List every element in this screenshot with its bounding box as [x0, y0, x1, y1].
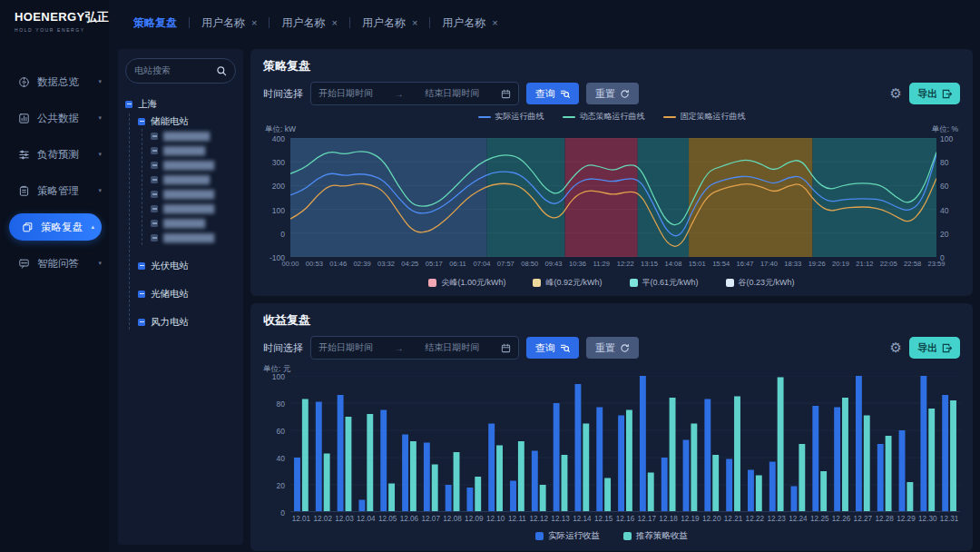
x-axis-tick: 03:32: [377, 260, 395, 268]
tree-toggle-icon[interactable]: [138, 118, 145, 125]
sidebar-item-5[interactable]: 智能问答 ▾: [0, 245, 109, 281]
tab-3[interactable]: 用户名称×: [350, 15, 429, 31]
legend-label: 推荐策略收益: [636, 530, 688, 542]
legend-swatch: [535, 532, 544, 540]
x-axis-tick: 12.28: [875, 515, 894, 523]
price-legend-item[interactable]: 峰(0.92元/kWh): [533, 277, 602, 289]
tree-toggle-icon[interactable]: [138, 291, 145, 298]
tree-group-label: 光伏电站: [151, 260, 189, 272]
tree-node-group-2[interactable]: 光储电站: [138, 286, 236, 301]
brand-logo: HOENERGY弘正 HOLD YOUR ENERGY: [0, 0, 109, 33]
y-axis-tick: 40: [277, 454, 285, 463]
bar: [618, 416, 624, 513]
price-band-平: [813, 138, 936, 257]
tree-toggle-icon[interactable]: [138, 319, 145, 326]
time-select-label-2: 时间选择: [263, 341, 303, 355]
calendar-icon[interactable]: [501, 89, 511, 99]
price-legend-item[interactable]: 谷(0.23元/kWh): [726, 277, 795, 289]
date-range-input-2[interactable]: 开始日期时间 → 结束日期时间: [310, 336, 519, 360]
tree-node-group-1[interactable]: 光伏电站: [138, 258, 236, 273]
revenue-panel-title: 收益复盘: [263, 312, 960, 329]
y-axis-tick: 0: [280, 230, 285, 239]
sidebar-item-4[interactable]: 策略复盘 ▴: [0, 209, 109, 245]
close-icon[interactable]: ×: [412, 17, 417, 28]
tab-label: 用户名称: [281, 15, 325, 31]
bar: [648, 473, 654, 513]
data-overview-icon: [18, 76, 30, 88]
close-icon[interactable]: ×: [251, 17, 257, 28]
tree-toggle-icon[interactable]: [125, 101, 132, 108]
tree-leaf-icon: [151, 234, 158, 242]
reset-button[interactable]: 重置: [586, 83, 639, 104]
legend-item[interactable]: 固定策略运行曲线: [663, 111, 746, 123]
x-axis-tick: 12.02: [313, 515, 332, 523]
sidebar-item-0[interactable]: 数据总览 ▾: [0, 64, 109, 100]
close-icon[interactable]: ×: [492, 17, 497, 28]
x-axis-tick: 17:40: [760, 260, 778, 268]
tree-leaf-0-6[interactable]: █████████: [151, 216, 236, 231]
query-button-2[interactable]: 查询: [526, 337, 579, 359]
tree-leaf-0-1[interactable]: █████████: [151, 143, 236, 158]
export-button-2[interactable]: 导出: [909, 337, 960, 359]
brand-name: HOENERGY: [15, 10, 85, 24]
query-search-icon: [560, 89, 570, 99]
bar: [856, 376, 862, 512]
tab-1[interactable]: 用户名称×: [190, 15, 269, 31]
line-chart-y-axis-left: 4003002001000-100: [263, 138, 290, 257]
chevron-down-icon: ▾: [98, 78, 102, 85]
line-chart-plot[interactable]: [290, 138, 936, 257]
tree-leaf-0-0[interactable]: ██████████: [151, 129, 236, 143]
calendar-icon-2[interactable]: [501, 343, 511, 353]
y-axis-tick: 300: [272, 158, 285, 167]
panels-column: 策略复盘 时间选择 开始日期时间 → 结束日期时间 查询: [250, 49, 973, 545]
legend-item[interactable]: 推荐策略收益: [623, 530, 688, 542]
settings-gear-icon-2[interactable]: ⚙: [890, 341, 902, 355]
tab-0[interactable]: 策略复盘: [122, 15, 189, 31]
legend-line-swatch: [478, 116, 491, 118]
x-axis-tick: 12.27: [854, 515, 873, 523]
tree-leaf-0-2[interactable]: ███████████: [151, 158, 236, 172]
time-select-label: 时间选择: [263, 87, 303, 101]
sidebar-item-label: 负荷预测: [37, 148, 79, 162]
price-legend-item[interactable]: 平(0.61元/kWh): [630, 277, 699, 289]
tree-node-group-3[interactable]: 风力电站: [138, 314, 236, 330]
station-search-input[interactable]: 电站搜索: [125, 58, 236, 84]
price-legend-item[interactable]: 尖峰(1.00元/kWh): [428, 277, 505, 289]
legend-item[interactable]: 动态策略运行曲线: [563, 111, 645, 123]
tree-leaf-0-3[interactable]: ██████████: [151, 172, 236, 187]
tree-node-group-0[interactable]: 储能电站: [138, 113, 236, 129]
tree-toggle-icon[interactable]: [138, 262, 145, 270]
query-button[interactable]: 查询: [526, 83, 579, 104]
bar: [877, 444, 884, 512]
legend-item[interactable]: 实际运行收益: [535, 530, 600, 542]
chevron-down-icon: ▾: [98, 114, 102, 122]
tree-leaf-0-5[interactable]: ███████████: [151, 202, 236, 216]
x-axis-tick: 13:15: [641, 260, 658, 268]
tree-leaf-0-4[interactable]: ███████████: [151, 187, 236, 202]
tab-4[interactable]: 用户名称×: [430, 15, 509, 31]
sidebar-item-2[interactable]: 负荷预测 ▾: [0, 136, 109, 172]
bar-chart-plot[interactable]: [290, 376, 960, 512]
search-icon[interactable]: [216, 65, 227, 76]
legend-item[interactable]: 实际运行曲线: [478, 111, 544, 123]
x-axis-tick: 12.07: [421, 515, 440, 523]
tree-group-label: 风力电站: [151, 316, 189, 329]
tree-leaf-0-7[interactable]: ███████████: [151, 231, 236, 245]
x-axis-tick: 22:05: [880, 260, 897, 268]
bar: [712, 455, 719, 512]
legend-swatch: [623, 532, 632, 540]
y-axis-tick: 200: [272, 182, 285, 191]
sidebar-item-1[interactable]: 公共数据 ▾: [0, 100, 109, 136]
close-icon[interactable]: ×: [331, 17, 337, 28]
reset-button-2[interactable]: 重置: [586, 337, 639, 359]
x-axis-tick: 12.22: [746, 515, 765, 523]
settings-gear-icon[interactable]: ⚙: [890, 87, 902, 101]
sidebar-item-3[interactable]: 策略管理 ▾: [0, 172, 109, 209]
export-button[interactable]: 导出: [909, 83, 960, 104]
tree-node-root[interactable]: 上海: [125, 96, 236, 112]
x-axis-tick: 12.15: [594, 515, 613, 523]
date-range-input[interactable]: 开始日期时间 → 结束日期时间: [310, 82, 519, 105]
x-axis-tick: 08:50: [521, 260, 538, 268]
tab-2[interactable]: 用户名称×: [270, 15, 348, 31]
bar: [466, 488, 473, 512]
